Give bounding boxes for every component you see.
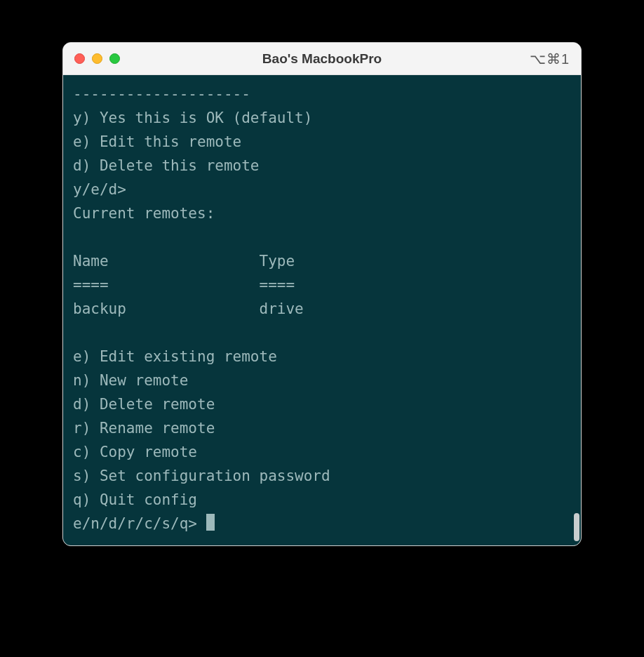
minimize-icon[interactable] (92, 53, 102, 64)
titlebar[interactable]: Bao's MacbookPro ⌥⌘1 (63, 43, 581, 75)
scrollbar-thumb[interactable] (574, 513, 579, 541)
terminal-window: Bao's MacbookPro ⌥⌘1 -------------------… (62, 42, 582, 546)
zoom-icon[interactable] (109, 53, 120, 64)
cursor-icon (206, 514, 215, 531)
terminal-output[interactable]: -------------------- y) Yes this is OK (… (63, 75, 581, 545)
window-title: Bao's MacbookPro (63, 51, 581, 67)
terminal-prompt: e/n/d/r/c/s/q> (73, 515, 206, 532)
terminal-lines: -------------------- y) Yes this is OK (… (73, 86, 330, 508)
scrollbar-track[interactable] (572, 75, 579, 545)
terminal-viewport: -------------------- y) Yes this is OK (… (63, 75, 581, 545)
traffic-lights (74, 53, 120, 64)
window-shortcut: ⌥⌘1 (530, 51, 570, 67)
close-icon[interactable] (74, 53, 85, 64)
